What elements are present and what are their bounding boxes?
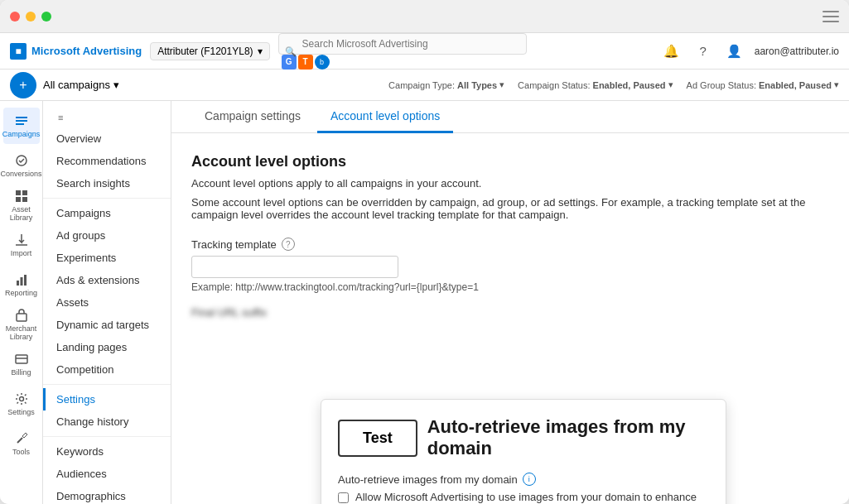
- nav-item-campaigns[interactable]: Campaigns: [43, 202, 171, 224]
- autoretrieve-checkbox[interactable]: [338, 492, 349, 503]
- window-controls: [10, 12, 51, 22]
- brand-name: Microsoft Advertising: [31, 45, 142, 57]
- sidebar-item-campaigns[interactable]: Campaigns: [3, 108, 40, 144]
- sidebar-item-tools[interactable]: Tools: [3, 425, 40, 462]
- sidebar-item-campaigns-label: Campaigns: [2, 130, 41, 138]
- nav-item-dynamic-ad[interactable]: Dynamic ad targets: [43, 314, 171, 336]
- search-bar: 🔍 G T b: [278, 33, 527, 70]
- tracking-template-group: Tracking template ? Example: http://www.…: [191, 238, 829, 293]
- maximize-button[interactable]: [41, 12, 51, 22]
- sidebar-item-billing-label: Billing: [11, 368, 31, 377]
- autoretrieve-info-icon[interactable]: i: [523, 473, 536, 486]
- sidebar-item-import-label: Import: [11, 249, 32, 257]
- sidebar-item-import[interactable]: Import: [3, 227, 40, 263]
- user-icon[interactable]: 👤: [723, 40, 746, 63]
- sidebar-item-settings[interactable]: Settings: [3, 386, 40, 422]
- chevron-down-icon: ▾: [668, 79, 673, 90]
- nav-item-adgroups[interactable]: Ad groups: [43, 224, 171, 247]
- chevron-down-icon: ▾: [258, 46, 263, 57]
- content-tabs: Campaign settings Account level options: [171, 101, 849, 133]
- tracking-template-label-row: Tracking template ?: [191, 238, 829, 251]
- campaign-type-label: Campaign Type:: [388, 80, 455, 90]
- t-badge: T: [298, 55, 313, 70]
- svg-rect-7: [22, 197, 27, 202]
- nav-icons-area: 🔔 ? 👤 aaron@attributer.io: [660, 40, 839, 63]
- microsoft-logo: ■: [10, 43, 27, 60]
- nav-item-overview[interactable]: Overview: [43, 127, 171, 150]
- nav-item-landing-pages[interactable]: Landing pages: [43, 336, 171, 358]
- sidebar-item-conversions[interactable]: Conversions: [3, 147, 40, 184]
- nav-item-recommendations[interactable]: Recommendations: [43, 150, 171, 172]
- account-selector[interactable]: Attributer (F1201YL8) ▾: [150, 42, 269, 60]
- tracking-template-hint: Example: http://www.trackingtool.com/tra…: [191, 281, 829, 293]
- collapse-nav-button[interactable]: ≡: [56, 111, 65, 124]
- tracking-template-label: Tracking template: [191, 238, 277, 251]
- tab-campaign-settings[interactable]: Campaign settings: [191, 101, 314, 133]
- minimize-button[interactable]: [26, 12, 36, 22]
- sidebar-item-billing[interactable]: Billing: [3, 346, 40, 382]
- content-body: Account level options Account level opti…: [171, 133, 849, 348]
- campaign-status-label: Campaign Status:: [518, 80, 590, 90]
- nav-item-experiments[interactable]: Experiments: [43, 247, 171, 269]
- all-campaigns-label: All campaigns: [43, 79, 110, 91]
- adgroup-status-filter[interactable]: Ad Group Status: Enabled, Paused ▾: [687, 79, 839, 90]
- test-popup: Test Auto-retrieve images from my domain…: [321, 399, 726, 504]
- page-description-2: Some account level options can be overri…: [191, 196, 829, 221]
- nav-item-settings[interactable]: Settings: [43, 388, 171, 410]
- svg-rect-5: [22, 190, 27, 195]
- nav-item-audiences[interactable]: Audiences: [43, 463, 171, 485]
- sidebar-item-reporting[interactable]: Reporting: [3, 266, 40, 303]
- campaign-status-value: Enabled, Paused: [593, 80, 666, 90]
- autoretrieve-section: Auto-retrieve images from my domain i Al…: [338, 473, 709, 504]
- menu-icon[interactable]: [822, 11, 839, 22]
- create-button[interactable]: +: [10, 72, 36, 98]
- test-popup-row: Test Auto-retrieve images from my domain: [338, 416, 709, 459]
- campaign-status-filter[interactable]: Campaign Status: Enabled, Paused ▾: [518, 79, 673, 90]
- sidebar-item-asset-library[interactable]: Asset Library: [3, 187, 40, 223]
- svg-rect-13: [16, 355, 27, 363]
- nav-item-demographics[interactable]: Demographics: [43, 485, 171, 504]
- chevron-down-icon: ▾: [834, 79, 839, 90]
- nav-item-keywords[interactable]: Keywords: [43, 440, 171, 463]
- search-input[interactable]: [278, 33, 527, 55]
- all-campaigns-selector[interactable]: All campaigns ▾: [43, 79, 119, 91]
- svg-rect-10: [20, 277, 22, 286]
- svg-rect-6: [16, 197, 21, 202]
- svg-rect-9: [17, 281, 19, 286]
- text-sidebar: ≡ Overview Recommendations Search insigh…: [43, 101, 171, 504]
- filters-area: Campaign Type: All Types ▾ Campaign Stat…: [388, 79, 839, 90]
- nav-item-change-history[interactable]: Change history: [43, 410, 171, 433]
- svg-rect-2: [16, 123, 24, 125]
- adgroup-status-label: Ad Group Status:: [687, 80, 756, 90]
- main-content: Campaign settings Account level options …: [171, 101, 849, 504]
- brand-logo-area: ■ Microsoft Advertising: [10, 43, 142, 60]
- account-name: Attributer (F1201YL8): [157, 46, 253, 57]
- checkbox-label-text: Allow Microsoft Advertising to use image…: [355, 491, 709, 504]
- nav-item-ads-extensions[interactable]: Ads & extensions: [43, 269, 171, 291]
- search-icon: 🔍: [285, 46, 297, 56]
- svg-rect-12: [17, 314, 27, 321]
- user-email: aaron@attributer.io: [755, 46, 839, 57]
- sidebar-item-merchant-label: Merchant Library: [3, 324, 40, 341]
- nav-item-search-insights[interactable]: Search insights: [43, 172, 171, 194]
- test-button[interactable]: Test: [338, 420, 417, 457]
- app-window: ■ Microsoft Advertising Attributer (F120…: [0, 0, 849, 504]
- close-button[interactable]: [10, 12, 20, 22]
- nav-item-competition[interactable]: Competition: [43, 358, 171, 381]
- nav-item-assets[interactable]: Assets: [43, 291, 171, 314]
- sub-navigation: + All campaigns ▾ Campaign Type: All Typ…: [0, 70, 849, 101]
- adgroup-status-value: Enabled, Paused: [759, 80, 832, 90]
- page-description: Account level options apply to all campa…: [191, 177, 829, 190]
- tracking-template-help-icon[interactable]: ?: [282, 238, 295, 251]
- tab-account-level-options[interactable]: Account level options: [317, 101, 453, 133]
- blurred-content: Final URL suffix: [191, 306, 829, 319]
- sidebar-item-asset-label: Asset Library: [3, 205, 40, 222]
- help-icon[interactable]: ?: [692, 40, 715, 63]
- bing-badge: b: [315, 55, 330, 70]
- notifications-icon[interactable]: 🔔: [660, 40, 683, 63]
- blurred-section: Final URL suffix: [191, 306, 829, 319]
- sidebar-item-merchant[interactable]: Merchant Library: [3, 306, 40, 343]
- campaign-type-filter[interactable]: Campaign Type: All Types ▾: [388, 79, 504, 90]
- tracking-template-input[interactable]: [191, 256, 398, 278]
- checkbox-row: Allow Microsoft Advertising to use image…: [338, 491, 709, 504]
